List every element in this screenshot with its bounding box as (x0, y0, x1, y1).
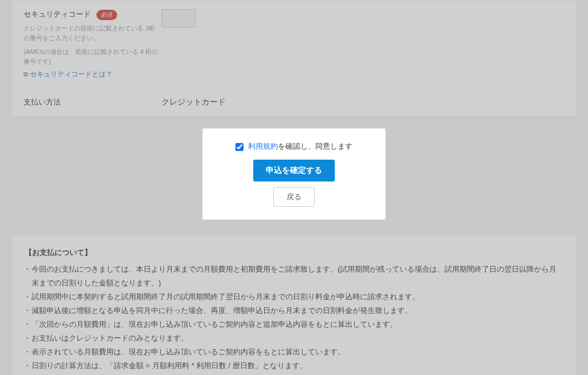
external-link-icon: ⧉ (24, 71, 28, 78)
list-item: 今回のお支払につきましては、本日より月末までの月額費用と初期費用をご請求致します… (25, 262, 563, 290)
terms-agree-row: 利用規約を確認し、同意します (213, 141, 375, 152)
payment-method-label-col: 支払い方法 (24, 97, 161, 107)
security-code-input[interactable] (161, 9, 196, 28)
security-code-row: セキュリティコード 必須 クレジットカードの背面に記載されている 3桁の番号をご… (12, 1, 576, 88)
payment-method-value-col: クレジットカード (161, 97, 564, 107)
submit-button[interactable]: 申込を確定する (253, 160, 335, 181)
back-button[interactable]: 戻る (273, 187, 315, 207)
payment-form-section: セキュリティコード 必須 クレジットカードの背面に記載されている 3桁の番号をご… (11, 0, 577, 117)
list-item: 減額申込後に増額となる申込を同月中に行った場合、再度、増額申込日から月末までの日… (25, 304, 563, 318)
list-item: 試用期間中に本契約すると試用期間終了月の試用期間終了翌日から月末までの日割り料金… (25, 290, 563, 304)
list-item: 表示されている月額費用は、現在お申し込み頂いているご契約内容をもとに算出していま… (25, 345, 563, 359)
payment-info-title: 【お支払について】 (25, 248, 563, 258)
payment-info-section: 【お支払について】 今回のお支払につきましては、本日より月末までの月額費用と初期… (11, 234, 577, 375)
security-code-label: セキュリティコード (24, 9, 91, 20)
security-code-value-col (161, 9, 564, 79)
terms-agree-suffix: を確認し、同意します (278, 142, 353, 150)
payment-method-row: 支払い方法 クレジットカード (12, 88, 576, 116)
confirm-card: 利用規約を確認し、同意します 申込を確定する 戻る (202, 128, 386, 220)
security-code-label-col: セキュリティコード 必須 クレジットカードの背面に記載されている 3桁の番号をご… (24, 9, 161, 79)
list-item: お支払いはクレジットカードのみとなります。 (25, 331, 563, 345)
list-item: 日割りの計算方法は、「請求金額 = 月額利用料 * 利用日数 / 暦日数」となり… (25, 359, 563, 373)
terms-link[interactable]: 利用規約 (248, 142, 278, 150)
payment-method-value: クレジットカード (161, 97, 226, 106)
payment-method-label: 支払い方法 (24, 97, 61, 107)
terms-agree-checkbox[interactable] (235, 143, 243, 151)
security-code-info-link-text: セキュリティコードとは？ (30, 70, 113, 78)
security-code-help-1: クレジットカードの背面に記載されている 3桁の番号をご入力ください。 (24, 24, 161, 44)
payment-info-list: 今回のお支払につきましては、本日より月末までの月額費用と初期費用をご請求致します… (25, 262, 563, 375)
list-item: 計算は先乗後除で行い、1円未満の端数は切り捨てます。 (25, 373, 563, 375)
security-code-info-link[interactable]: ⧉セキュリティコードとは？ (24, 69, 113, 79)
list-item: 「次回からの月額費用」は、現在お申し込み頂いているご契約内容と追加申込内容をもと… (25, 318, 563, 331)
required-badge: 必須 (96, 10, 117, 20)
security-code-help-2: (AMEXの場合は、前面に記載されている 4 桁の番号です) (24, 47, 161, 67)
